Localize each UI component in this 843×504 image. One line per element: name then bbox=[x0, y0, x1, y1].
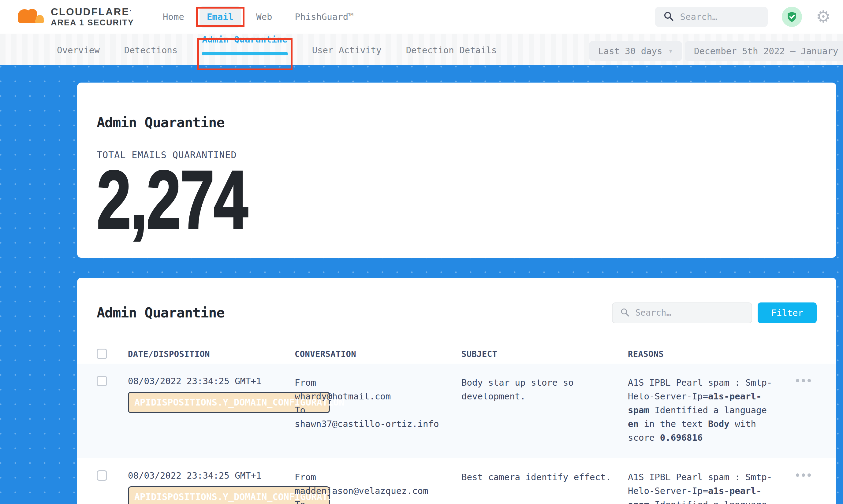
from-label: From bbox=[295, 376, 461, 390]
brand-trademark: ’ bbox=[129, 9, 132, 15]
sub-nav-item-detections[interactable]: Detections bbox=[124, 34, 178, 65]
row-date: 08/03/2022 23:34:25 GMT+1 bbox=[128, 376, 295, 386]
to-address: shawn37@castillo-ortiz.info bbox=[295, 417, 461, 431]
row-checkbox[interactable] bbox=[97, 376, 107, 386]
select-all-checkbox[interactable] bbox=[97, 349, 107, 359]
sub-nav-items: Overview Detections Admin Quarantine Use… bbox=[57, 34, 497, 65]
cell-date-disposition: 08/03/2022 23:34:25 GMT+1 APIDISPOSITION… bbox=[128, 470, 295, 504]
cell-reasons: A1S IPBL Pearl spam : Smtp-Helo-Server-I… bbox=[628, 470, 786, 504]
top-nav-item-web[interactable]: Web bbox=[249, 6, 279, 28]
row-actions-ellipsis-icon[interactable] bbox=[786, 379, 817, 382]
date-range-text: December 5th 2022 — January 4th 2023 bbox=[694, 46, 843, 56]
from-label: From bbox=[295, 470, 461, 484]
sub-nav: Overview Detections Admin Quarantine Use… bbox=[0, 34, 843, 65]
search-icon bbox=[663, 11, 674, 23]
chevron-down-icon: ▾ bbox=[669, 47, 673, 55]
row-checkbox[interactable] bbox=[97, 470, 107, 481]
global-search[interactable] bbox=[655, 7, 768, 27]
cell-conversation: From whardy@hotmail.com To shawn37@casti… bbox=[295, 376, 461, 431]
search-icon bbox=[620, 307, 630, 318]
top-nav-item-email[interactable]: Email bbox=[199, 6, 241, 28]
content-area: Admin Quarantine TOTAL EMAILS QUARANTINE… bbox=[0, 65, 843, 504]
summary-card-title: Admin Quarantine bbox=[97, 114, 817, 131]
brand-name: CLOUDFLARE’ bbox=[51, 7, 134, 17]
from-address: maddenjason@velazquez.com bbox=[295, 484, 461, 498]
row-date: 08/03/2022 23:34:25 GMT+1 bbox=[128, 470, 295, 481]
table-tools: Filter bbox=[612, 303, 817, 323]
to-label: To bbox=[295, 498, 461, 504]
metric-value: 2,274 bbox=[97, 161, 247, 238]
column-header-reasons: REASONS bbox=[628, 349, 786, 359]
top-nav-item-email-wrap: Email bbox=[199, 12, 241, 22]
cloudflare-cloud-icon bbox=[13, 5, 45, 28]
top-nav-right: ⚙ bbox=[655, 7, 831, 27]
cell-subject: Body star up store so development. bbox=[461, 376, 628, 403]
sub-nav-item-detection-details[interactable]: Detection Details bbox=[406, 34, 497, 65]
brand-tagline: AREA 1 SECURITY bbox=[51, 18, 134, 27]
table-card-title: Admin Quarantine bbox=[97, 305, 224, 321]
sub-nav-item-overview[interactable]: Overview bbox=[57, 34, 100, 65]
top-nav-items: Home Email Web PhishGuard™ bbox=[155, 6, 361, 28]
cloudflare-logo[interactable]: CLOUDFLARE’ AREA 1 SECURITY bbox=[13, 5, 134, 28]
top-nav-item-home[interactable]: Home bbox=[155, 6, 192, 28]
sub-nav-item-user-activity[interactable]: User Activity bbox=[312, 34, 382, 65]
sub-nav-item-admin-quarantine-wrap: Admin Quarantine bbox=[202, 34, 287, 65]
to-label: To bbox=[295, 403, 461, 417]
global-search-input[interactable] bbox=[680, 11, 760, 22]
table-card-header: Admin Quarantine Filter bbox=[97, 295, 817, 330]
summary-card: Admin Quarantine TOTAL EMAILS QUARANTINE… bbox=[77, 83, 836, 258]
column-header-conversation: CONVERSATION bbox=[295, 349, 461, 359]
brand-text: CLOUDFLARE’ AREA 1 SECURITY bbox=[51, 7, 134, 27]
top-nav-item-phishguard[interactable]: PhishGuard™ bbox=[288, 6, 361, 28]
cell-date-disposition: 08/03/2022 23:34:25 GMT+1 APIDISPOSITION… bbox=[128, 376, 295, 413]
table-search-input[interactable] bbox=[635, 307, 744, 318]
cell-reasons: A1S IPBL Pearl spam : Smtp-Helo-Server-I… bbox=[628, 376, 786, 445]
table-search[interactable] bbox=[612, 303, 752, 323]
from-address: whardy@hotmail.com bbox=[295, 390, 461, 403]
table-header-row: DATE/DISPOSITION CONVERSATION SUBJECT RE… bbox=[97, 344, 817, 364]
column-header-date-disposition: DATE/DISPOSITION bbox=[128, 349, 295, 359]
period-dropdown-value: Last 30 days bbox=[598, 46, 663, 56]
table-row: 08/03/2022 23:34:25 GMT+1 APIDISPOSITION… bbox=[77, 364, 836, 458]
filter-button[interactable]: Filter bbox=[758, 303, 817, 323]
top-nav: CLOUDFLARE’ AREA 1 SECURITY Home Email W… bbox=[0, 0, 843, 34]
cell-subject: Best camera identify effect. bbox=[461, 470, 628, 484]
cell-conversation: From maddenjason@velazquez.com To bradle… bbox=[295, 470, 461, 504]
protection-shield-icon[interactable] bbox=[782, 7, 802, 27]
table-row: 08/03/2022 23:34:25 GMT+1 APIDISPOSITION… bbox=[97, 458, 817, 504]
period-dropdown[interactable]: Last 30 days ▾ bbox=[589, 41, 682, 61]
column-header-subject: SUBJECT bbox=[461, 349, 628, 359]
quarantine-table-card: Admin Quarantine Filter DATE/DISPOSITION… bbox=[77, 278, 836, 504]
settings-gear-icon[interactable]: ⚙ bbox=[816, 8, 831, 25]
row-actions-ellipsis-icon[interactable] bbox=[786, 473, 817, 477]
date-range-display[interactable]: December 5th 2022 — January 4th 2023 bbox=[685, 41, 843, 61]
